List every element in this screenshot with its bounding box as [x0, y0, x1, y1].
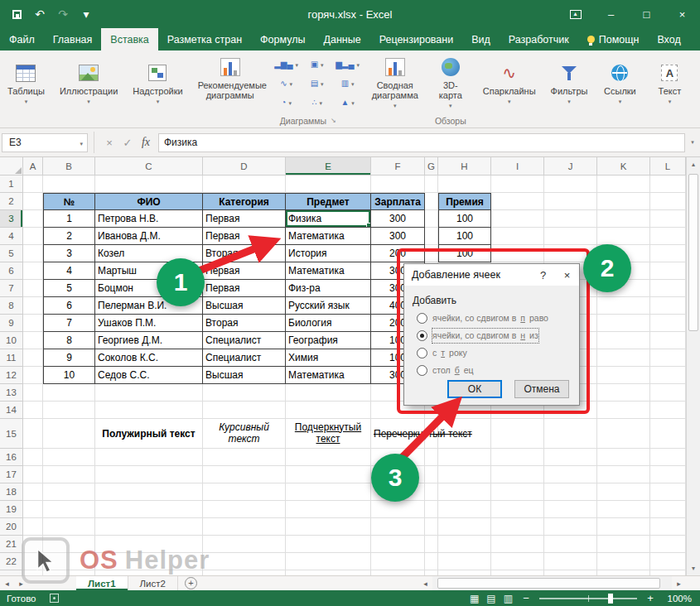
cell-L18[interactable]: [650, 483, 686, 501]
cell-F20[interactable]: [371, 518, 425, 536]
cell-A8[interactable]: [23, 297, 43, 315]
sheet-nav-left-icon[interactable]: ◂: [0, 576, 14, 590]
row-header-21[interactable]: 21: [0, 536, 23, 553]
cell-L10[interactable]: [650, 332, 686, 349]
cell-A16[interactable]: [23, 449, 43, 466]
cell-H22[interactable]: [438, 553, 491, 570]
scroll-down-icon[interactable]: ▾: [687, 561, 700, 575]
view-normal-button[interactable]: ▦: [470, 593, 479, 604]
cell-A2[interactable]: [23, 193, 43, 210]
cell-K11[interactable]: [597, 349, 650, 367]
row-header-4[interactable]: 4: [0, 228, 23, 245]
cell-L19[interactable]: [650, 501, 686, 518]
cell-C3[interactable]: Петрова Н.В.: [95, 210, 203, 228]
cell-F22[interactable]: [371, 553, 425, 570]
cell-I19[interactable]: [491, 501, 544, 518]
cell-B1[interactable]: [43, 176, 95, 193]
cell-D17[interactable]: [203, 466, 286, 483]
row-header-9[interactable]: 9: [0, 315, 23, 332]
cell-E2[interactable]: Предмет: [286, 193, 371, 210]
links-button[interactable]: Ссылки ▾: [597, 52, 642, 125]
cell-K15[interactable]: [597, 419, 650, 449]
enter-entry-button[interactable]: ✓: [118, 133, 137, 152]
cell-I20[interactable]: [491, 518, 544, 536]
select-all-corner[interactable]: [0, 157, 23, 176]
cell-A12[interactable]: [23, 367, 43, 384]
cell-K4[interactable]: [597, 228, 650, 245]
cell-B14[interactable]: [43, 402, 95, 419]
cell-D14[interactable]: [203, 402, 286, 419]
cell-B11[interactable]: 9: [43, 349, 95, 367]
cell-I16[interactable]: [491, 449, 544, 466]
cell-I15[interactable]: [491, 419, 544, 449]
sheet-nav-right-icon[interactable]: ▸: [14, 576, 28, 590]
cell-L1[interactable]: [650, 176, 686, 193]
cell-L8[interactable]: [650, 297, 686, 315]
row-header-13[interactable]: 13: [0, 384, 23, 402]
cell-F1[interactable]: [371, 176, 425, 193]
tab-Вставка[interactable]: Вставка: [101, 28, 157, 50]
cell-D3[interactable]: Первая: [203, 210, 286, 228]
cell-L9[interactable]: [650, 315, 686, 332]
cell-A18[interactable]: [23, 483, 43, 501]
cell-G21[interactable]: [425, 536, 438, 553]
cell-K20[interactable]: [597, 518, 650, 536]
ok-button[interactable]: ОК: [447, 380, 502, 398]
tab-Рецензировани[interactable]: Рецензировани: [370, 28, 463, 50]
redo-button[interactable]: ↷: [53, 4, 73, 24]
cell-D18[interactable]: [203, 483, 286, 501]
cell-I2[interactable]: [491, 193, 544, 210]
cell-J2[interactable]: [544, 193, 597, 210]
name-box-dropdown-icon[interactable]: ▾: [80, 141, 83, 147]
cell-J17[interactable]: [544, 466, 597, 483]
row-header-10[interactable]: 10: [0, 332, 23, 349]
cell-C19[interactable]: [95, 501, 203, 518]
cell-G19[interactable]: [425, 501, 438, 518]
cell-J16[interactable]: [544, 449, 597, 466]
row-header-2[interactable]: 2: [0, 193, 23, 210]
cell-K3[interactable]: [597, 210, 650, 228]
row-header-7[interactable]: 7: [0, 280, 23, 297]
horizontal-scroll-thumb[interactable]: [437, 578, 660, 589]
cell-E7[interactable]: Физ-ра: [286, 280, 371, 297]
cell-A6[interactable]: [23, 262, 43, 280]
row-header-17[interactable]: 17: [0, 466, 23, 483]
tab-Формулы[interactable]: Формулы: [251, 28, 314, 50]
cell-L13[interactable]: [650, 384, 686, 402]
cell-G18[interactable]: [425, 483, 438, 501]
cell-H16[interactable]: [438, 449, 491, 466]
cell-J22[interactable]: [544, 553, 597, 570]
tables-button[interactable]: Таблицы ▾: [2, 52, 50, 125]
tab-Вид[interactable]: Вид: [462, 28, 500, 50]
symbols-button[interactable]: Ω Сим ▾: [697, 52, 700, 125]
cell-D22[interactable]: [203, 553, 286, 570]
undo-button[interactable]: ↶: [30, 4, 50, 24]
cell-B15[interactable]: [43, 419, 95, 449]
tab-Данные[interactable]: Данные: [314, 28, 369, 50]
cell-G4[interactable]: [425, 228, 438, 245]
cell-A15[interactable]: [23, 419, 43, 449]
vertical-scrollbar[interactable]: ▴ ▾: [686, 157, 700, 575]
cell-A5[interactable]: [23, 245, 43, 262]
cell-K18[interactable]: [597, 483, 650, 501]
radio-entire-column[interactable]: столбец: [417, 364, 579, 376]
cell-E14[interactable]: [286, 402, 371, 419]
cell-K8[interactable]: [597, 297, 650, 315]
cell-D16[interactable]: [203, 449, 286, 466]
cell-F5[interactable]: 200: [371, 245, 425, 262]
cell-K16[interactable]: [597, 449, 650, 466]
addins-button[interactable]: Надстройки ▾: [128, 52, 187, 125]
cell-L12[interactable]: [650, 367, 686, 384]
insert-surface-chart-button[interactable]: ▲▾: [333, 94, 363, 112]
cell-H1[interactable]: [438, 176, 491, 193]
cell-B8[interactable]: 6: [43, 297, 95, 315]
cell-C11[interactable]: Соколов К.С.: [95, 349, 203, 367]
qat-customize-button[interactable]: ▾: [76, 4, 96, 24]
zoom-in-button[interactable]: +: [644, 592, 656, 604]
cell-E9[interactable]: Биология: [286, 315, 371, 332]
cell-E1[interactable]: [286, 176, 371, 193]
cell-D5[interactable]: Вторая: [203, 245, 286, 262]
row-header-8[interactable]: 8: [0, 297, 23, 315]
cell-L16[interactable]: [650, 449, 686, 466]
cell-B2[interactable]: №: [43, 193, 95, 210]
